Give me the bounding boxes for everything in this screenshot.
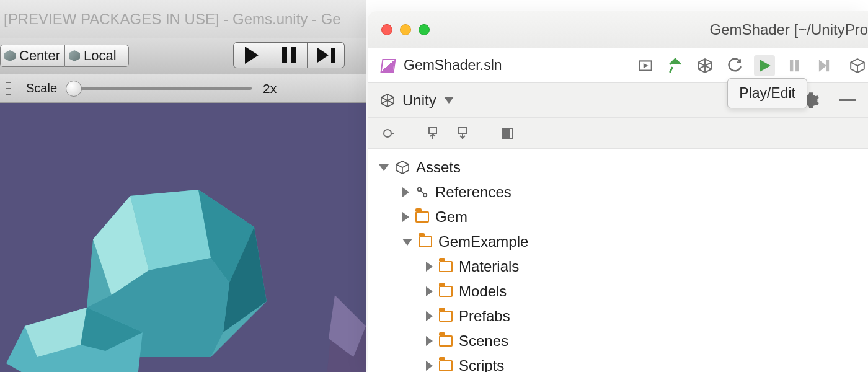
center-icon [4,50,16,61]
divider [410,124,410,143]
ide-toolbar: GemShader.sln Play/Edit [368,48,868,83]
step-icon [317,48,335,63]
solution-name: GemShader.sln [404,57,502,74]
collapse-all-icon[interactable] [455,126,470,141]
game-panel-header: Scale 2x [0,74,366,103]
arrow-right-icon[interactable] [426,311,433,321]
step-button[interactable] [308,42,345,68]
svg-rect-23 [459,128,466,133]
folder-icon [439,311,453,322]
arrow-down-icon[interactable] [402,239,412,246]
scale-label: Scale [26,81,57,95]
folder-icon [439,286,453,297]
chevron-down-icon[interactable] [444,97,454,104]
folder-icon [439,335,453,347]
refresh-icon[interactable] [724,55,745,76]
expand-all-icon[interactable] [425,126,440,141]
window-controls [381,24,430,35]
svg-point-21 [384,130,391,137]
tree-references[interactable]: References [379,180,868,205]
slider-thumb[interactable] [66,81,82,97]
references-icon [415,185,429,199]
tree-root[interactable]: Assets [379,155,868,180]
run-config-dropdown[interactable] [635,55,656,76]
svg-marker-12 [644,64,647,66]
game-viewport [0,103,366,372]
scale-value: 2x [263,81,277,96]
arrow-right-icon[interactable] [402,212,409,222]
svg-marker-14 [761,60,770,71]
tree-root-label: Assets [416,159,461,176]
maximize-window-button[interactable] [418,24,430,35]
ide-title-text: GemShader [~/UnityPro [430,21,868,38]
svg-rect-15 [790,60,793,71]
unity-titlebar: [PREVIEW PACKAGES IN USE] - Gems.unity -… [0,0,366,38]
tree-prefabs[interactable]: Prefabs [379,304,868,329]
tree-gem-example[interactable]: GemExample [379,229,868,254]
build-hammer-icon[interactable] [665,55,686,76]
center-button[interactable]: Center [0,45,64,67]
divider [485,124,485,143]
play-edit-tooltip: Play/Edit [727,78,807,108]
svg-rect-18 [826,60,828,71]
solution-icon [380,59,396,73]
collapse-icon[interactable] [839,99,856,101]
attach-unity-icon[interactable] [694,55,715,76]
arrow-right-icon[interactable] [426,262,433,272]
pause-button[interactable] [270,42,308,68]
pivot-button-group: Center Local [0,45,129,67]
skip-button-ide[interactable] [813,55,835,76]
show-all-files-icon[interactable] [500,126,515,141]
scale-slider[interactable] [66,87,252,90]
tree-models[interactable]: Models [379,279,868,304]
play-edit-button[interactable] [754,55,775,76]
gem-scene [0,103,366,372]
play-button[interactable] [233,42,270,68]
local-label: Local [84,48,117,64]
tree-models-label: Models [459,283,507,300]
folder-icon [415,211,429,223]
arrow-right-icon[interactable] [426,336,433,346]
solution-tree[interactable]: Assets References Gem GemExample Materia… [368,149,868,372]
pause-button-ide[interactable] [784,55,805,76]
unity-logo-icon [380,93,395,108]
unity-cube-icon[interactable] [847,55,868,76]
drag-handle-icon[interactable] [6,82,11,95]
tree-references-label: References [435,184,512,201]
tree-scripts[interactable]: Scripts [379,353,868,372]
tree-scenes-label: Scenes [459,332,508,350]
play-controls [233,42,345,68]
tree-gem-example-label: GemExample [438,233,528,250]
folder-icon [418,236,432,247]
unity-editor-window: [PREVIEW PACKAGES IN USE] - Gems.unity -… [0,0,366,372]
scroll-from-source-icon[interactable] [380,126,395,141]
folder-icon [439,261,453,272]
local-button[interactable]: Local [64,45,129,67]
arrow-right-icon[interactable] [402,187,409,197]
pause-icon [282,47,296,63]
center-label: Center [19,48,60,64]
arrow-right-icon[interactable] [426,286,433,296]
unity-cube-icon [395,160,410,175]
minimize-window-button[interactable] [400,24,411,35]
tree-materials-label: Materials [459,258,519,275]
explorer-subtoolbar [368,118,868,149]
ide-titlebar[interactable]: GemShader [~/UnityPro [368,11,868,48]
context-name[interactable]: Unity [402,92,436,109]
tree-prefabs-label: Prefabs [459,308,510,325]
svg-rect-25 [503,128,509,138]
tree-gem[interactable]: Gem [379,205,868,229]
arrow-right-icon[interactable] [426,361,433,371]
close-window-button[interactable] [381,24,392,35]
svg-rect-22 [429,128,436,133]
tree-materials[interactable]: Materials [379,254,868,279]
cube-icon [69,50,80,61]
unity-title-text: [PREVIEW PACKAGES IN USE] - Gems.unity -… [4,11,341,28]
unity-toolbar: Center Local [0,38,366,74]
play-icon [245,46,259,64]
arrow-down-icon[interactable] [379,164,389,171]
tree-gem-label: Gem [435,208,467,226]
tree-scenes[interactable]: Scenes [379,329,868,353]
svg-rect-16 [795,60,798,71]
svg-marker-17 [819,60,826,71]
